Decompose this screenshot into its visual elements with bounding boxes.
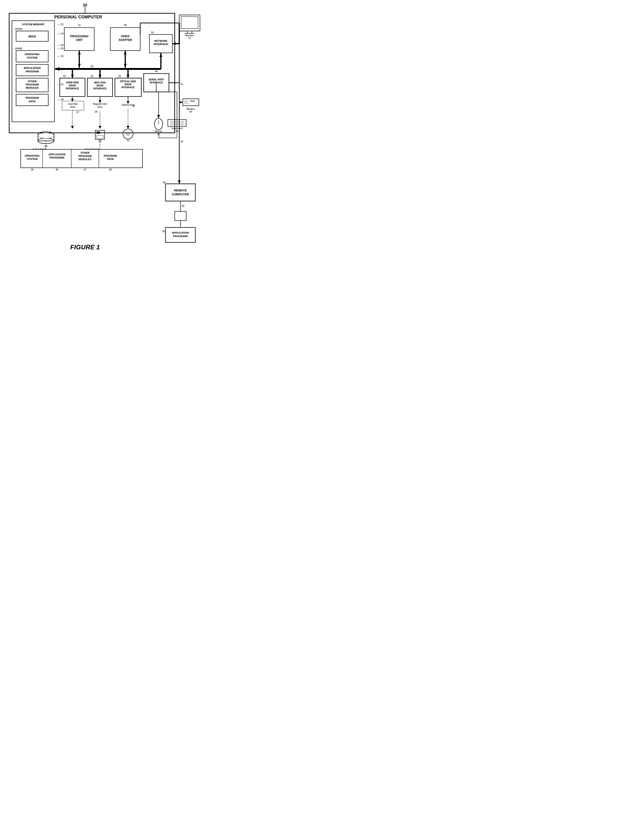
svg-text:51: 51 <box>181 83 183 86</box>
svg-text:hard disk: hard disk <box>68 103 78 105</box>
svg-text:PROGRAM: PROGRAM <box>26 70 38 73</box>
svg-rect-5 <box>181 17 198 29</box>
svg-text:60: 60 <box>44 145 48 147</box>
svg-text:49: 49 <box>163 181 166 184</box>
svg-text:— 37: — 37 <box>57 83 63 86</box>
diagram-svg: 20 PERSONAL COMPUTER Monitor 47 SYSTEM M… <box>0 0 207 262</box>
svg-text:PROGRAM: PROGRAM <box>104 155 117 157</box>
svg-text:48: 48 <box>124 24 127 26</box>
svg-text:PROGRAM: PROGRAM <box>26 83 38 86</box>
svg-text:FIGURE 1: FIGURE 1 <box>70 244 100 251</box>
svg-text:SYSTEM: SYSTEM <box>27 158 37 160</box>
svg-text:(ROM): (ROM) <box>15 28 23 30</box>
svg-text:42: 42 <box>157 133 160 136</box>
svg-text:33: 33 <box>90 75 93 77</box>
svg-text:PROGRAM: PROGRAM <box>78 155 92 158</box>
svg-text:Magnetic disk: Magnetic disk <box>93 103 107 105</box>
svg-marker-110 <box>127 126 129 129</box>
svg-marker-100 <box>99 100 101 103</box>
svg-point-155 <box>194 101 195 101</box>
svg-text:INTERFACE: INTERFACE <box>121 86 135 89</box>
svg-point-120 <box>123 129 133 139</box>
svg-text:INTERFACE: INTERFACE <box>66 87 79 90</box>
svg-marker-103 <box>127 101 129 104</box>
svg-text:INTERFACE: INTERFACE <box>94 87 107 90</box>
svg-text:MAG DISK: MAG DISK <box>94 81 106 84</box>
svg-rect-80 <box>144 74 169 92</box>
svg-point-153 <box>192 101 192 101</box>
svg-rect-29 <box>16 78 48 92</box>
svg-text:OPERATING: OPERATING <box>25 155 40 157</box>
svg-marker-175 <box>178 180 181 184</box>
svg-text:SYSTEM: SYSTEM <box>27 56 37 59</box>
svg-text:OPERATING: OPERATING <box>25 53 40 56</box>
svg-text:20: 20 <box>83 3 87 7</box>
svg-rect-38 <box>64 28 94 51</box>
svg-text:VIDEO: VIDEO <box>121 35 129 38</box>
svg-text:31: 31 <box>127 139 129 142</box>
svg-point-160 <box>155 118 163 130</box>
svg-text:40: 40 <box>176 130 178 133</box>
svg-text:ADAPTER: ADAPTER <box>119 38 132 41</box>
svg-text:DRIVE: DRIVE <box>124 83 132 86</box>
svg-text:47: 47 <box>188 37 191 40</box>
svg-text:32: 32 <box>63 75 66 77</box>
svg-text:— 22: — 22 <box>57 23 63 26</box>
svg-text:46: 46 <box>155 70 158 73</box>
diagram-container: 20 PERSONAL COMPUTER Monitor 47 SYSTEM M… <box>0 0 207 262</box>
svg-rect-65 <box>60 78 85 97</box>
svg-text:DRIVE: DRIVE <box>97 84 104 87</box>
svg-text:UNIT: UNIT <box>76 38 83 41</box>
svg-text:29: 29 <box>99 140 101 142</box>
svg-text:36: 36 <box>162 230 165 233</box>
svg-rect-182 <box>175 211 186 221</box>
svg-rect-16 <box>16 31 48 41</box>
svg-text:— 24: — 24 <box>57 32 63 35</box>
svg-text:Modem: Modem <box>187 107 195 110</box>
svg-marker-159 <box>180 101 183 103</box>
svg-rect-149 <box>183 99 199 106</box>
svg-text:38: 38 <box>109 168 112 171</box>
svg-marker-108 <box>99 126 101 129</box>
svg-text:— 38: — 38 <box>57 98 63 101</box>
svg-point-114 <box>38 133 54 138</box>
svg-text:54: 54 <box>189 110 192 113</box>
svg-text:DATA: DATA <box>29 100 35 103</box>
svg-rect-116 <box>95 130 104 139</box>
svg-rect-184 <box>166 227 195 242</box>
svg-text:DATA: DATA <box>107 158 114 160</box>
svg-marker-55 <box>78 51 81 54</box>
svg-rect-117 <box>97 132 100 134</box>
svg-marker-195 <box>157 115 160 118</box>
svg-marker-54 <box>78 64 81 68</box>
svg-marker-189 <box>172 42 176 45</box>
svg-text:OTHER: OTHER <box>81 152 90 154</box>
svg-marker-58 <box>124 51 127 54</box>
svg-text:Keyboard: Keyboard <box>172 127 182 130</box>
svg-text:APPLICATION: APPLICATION <box>172 231 189 234</box>
svg-text:PROGRAM: PROGRAM <box>26 97 38 99</box>
svg-text:INTERFACE: INTERFACE <box>154 43 168 46</box>
svg-text:— 25: — 25 <box>57 47 63 50</box>
svg-rect-70 <box>87 78 113 97</box>
svg-text:APPLICATION: APPLICATION <box>49 153 66 156</box>
svg-text:MODULES: MODULES <box>26 86 38 89</box>
svg-rect-11 <box>12 21 54 122</box>
svg-text:35: 35 <box>31 168 34 171</box>
svg-point-113 <box>38 138 54 144</box>
svg-text:DRIVE: DRIVE <box>69 84 76 87</box>
svg-text:30: 30 <box>132 104 135 107</box>
svg-point-111 <box>38 132 54 137</box>
svg-text:Monitor: Monitor <box>186 34 194 37</box>
svg-marker-51 <box>55 67 59 71</box>
svg-text:NETWORK: NETWORK <box>155 40 167 42</box>
svg-text:34: 34 <box>118 75 121 77</box>
svg-rect-90 <box>62 101 84 110</box>
svg-text:INTERFACE: INTERFACE <box>150 81 163 84</box>
svg-rect-42 <box>110 28 140 51</box>
svg-text:SERIAL PORT: SERIAL PORT <box>149 78 164 81</box>
svg-point-121 <box>127 133 129 135</box>
svg-marker-87 <box>99 75 101 78</box>
svg-text:23: 23 <box>90 65 93 67</box>
svg-text:53: 53 <box>151 31 154 34</box>
